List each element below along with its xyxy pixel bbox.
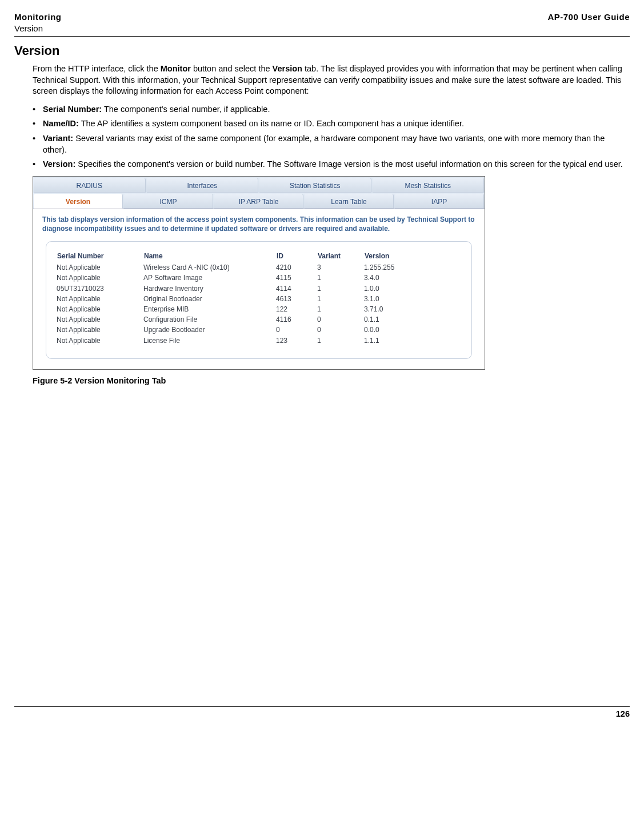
tabs-row-2: Version ICMP IP ARP Table Learn Table IA…: [33, 193, 485, 209]
table-header-row: Serial Number Name ID Variant Version: [57, 251, 461, 262]
bullet-icon: •: [33, 133, 43, 155]
bullet-label: Name/ID:: [43, 119, 79, 128]
intro-b2: Version: [273, 64, 302, 73]
header-section: Version: [14, 23, 61, 34]
table-row: Not ApplicableLicense File12311.1.1: [57, 335, 461, 346]
intro-paragraph: From the HTTP interface, click the Monit…: [33, 63, 630, 97]
list-item: • Version: Specifies the component's ver…: [33, 159, 630, 170]
page-header: Monitoring Version AP-700 User Guide: [14, 11, 630, 37]
tab-ip-arp-table[interactable]: IP ARP Table: [214, 194, 303, 209]
bullet-body: The AP identifies a system component bas…: [79, 119, 464, 128]
table-row: Not ApplicableOriginal Bootloader461313.…: [57, 294, 461, 304]
table-row: Not ApplicableEnterprise MIB12213.71.0: [57, 304, 461, 314]
list-item: • Variant: Several variants may exist of…: [33, 133, 630, 155]
intro-b1: Monitor: [161, 64, 191, 73]
header-left: Monitoring Version: [14, 11, 61, 35]
col-version: Version: [364, 251, 461, 262]
tabs-row-1: RADIUS Interfaces Station Statistics Mes…: [33, 177, 485, 193]
bullet-icon: •: [33, 104, 43, 115]
page-number: 126: [616, 709, 630, 718]
tab-description: This tab displays version information of…: [33, 209, 485, 241]
tab-iapp[interactable]: IAPP: [395, 194, 484, 209]
screenshot-panel: RADIUS Interfaces Station Statistics Mes…: [33, 176, 485, 370]
version-table: Serial Number Name ID Variant Version No…: [57, 251, 461, 346]
figure-container: RADIUS Interfaces Station Statistics Mes…: [33, 176, 630, 387]
section-heading: Version: [14, 42, 630, 59]
bullet-label: Serial Number:: [43, 105, 102, 114]
tab-radius[interactable]: RADIUS: [34, 178, 146, 193]
col-id: ID: [276, 251, 317, 262]
tab-version[interactable]: Version: [34, 194, 123, 209]
tab-station-statistics[interactable]: Station Statistics: [259, 178, 371, 193]
figure-caption: Figure 5-2 Version Monitoring Tab: [33, 375, 630, 387]
col-serial: Serial Number: [57, 251, 143, 262]
tab-learn-table[interactable]: Learn Table: [305, 194, 394, 209]
bullet-body: Several variants may exist of the same c…: [43, 134, 605, 154]
header-guide-title: AP-700 User Guide: [547, 11, 630, 35]
col-name: Name: [143, 251, 276, 262]
col-variant: Variant: [317, 251, 364, 262]
table-row: 05UT31710023Hardware Inventory411411.0.0: [57, 283, 461, 294]
data-panel: Serial Number Name ID Variant Version No…: [46, 241, 472, 359]
header-chapter: Monitoring: [14, 11, 61, 23]
intro-mid: button and select the: [191, 64, 273, 73]
bullet-label: Version:: [43, 159, 75, 169]
table-row: Not ApplicableAP Software Image411513.4.…: [57, 273, 461, 283]
tab-mesh-statistics[interactable]: Mesh Statistics: [373, 178, 485, 193]
table-row: Not ApplicableWireless Card A -NIC (0x10…: [57, 262, 461, 273]
bullet-body: Specifies the component's version or bui…: [75, 159, 623, 169]
tab-interfaces[interactable]: Interfaces: [147, 178, 259, 193]
bullet-icon: •: [33, 118, 43, 130]
bullet-body: The component's serial number, if applic…: [102, 105, 270, 114]
page-footer: 126: [14, 706, 630, 720]
list-item: • Name/ID: The AP identifies a system co…: [33, 118, 630, 130]
bullet-list: • Serial Number: The component's serial …: [33, 104, 630, 170]
table-row: Not ApplicableUpgrade Bootloader000.0.0: [57, 325, 461, 335]
list-item: • Serial Number: The component's serial …: [33, 104, 630, 115]
intro-pre: From the HTTP interface, click the: [33, 64, 161, 73]
bullet-label: Variant:: [43, 134, 73, 143]
bullet-icon: •: [33, 159, 43, 170]
table-row: Not ApplicableConfiguration File411600.1…: [57, 314, 461, 325]
tab-icmp[interactable]: ICMP: [124, 194, 213, 209]
